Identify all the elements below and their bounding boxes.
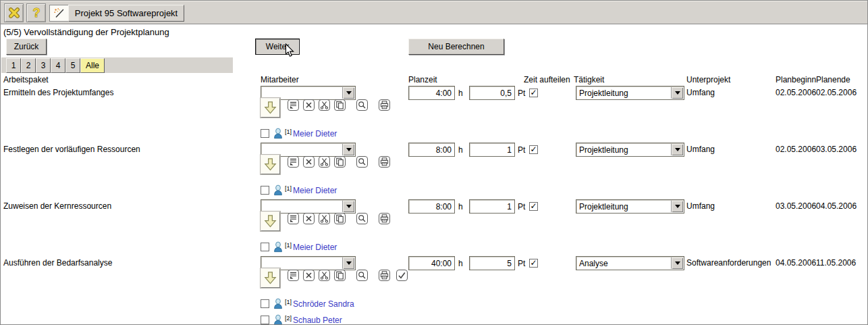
search-button[interactable] — [356, 270, 368, 281]
cut-button[interactable] — [319, 156, 330, 168]
delete-button[interactable] — [303, 213, 315, 224]
planzeit-hours-input[interactable] — [408, 86, 455, 100]
search-button[interactable] — [356, 213, 368, 224]
back-button[interactable]: Zurück — [6, 39, 47, 55]
planzeit-pt-input[interactable] — [469, 86, 515, 100]
magnifier-icon — [356, 270, 368, 281]
chevron-down-icon[interactable] — [342, 87, 354, 99]
zeit-aufteilen-checkbox[interactable]: ✓ — [529, 89, 538, 97]
print-button[interactable] — [379, 99, 390, 111]
chevron-down-icon[interactable] — [342, 144, 354, 155]
zeit-aufteilen-checkbox[interactable]: ✓ — [529, 259, 538, 268]
table-row: Ermitteln des Projektumfanges h Pt ✓ Pro… — [1, 80, 868, 137]
assign-down-button[interactable] — [261, 98, 280, 118]
chevron-down-icon[interactable] — [342, 201, 354, 212]
planzeit-pt-input[interactable] — [469, 256, 515, 270]
assign-down-button[interactable] — [261, 268, 280, 288]
assignee-name-link[interactable]: Schaub Peter — [293, 316, 342, 325]
planzeit-hours-input[interactable] — [408, 199, 455, 214]
recalculate-button[interactable]: Neu Berechnen — [408, 39, 504, 55]
wand-icon — [53, 7, 66, 20]
page-tab-alle[interactable]: Alle — [80, 58, 105, 73]
assignee-checkbox[interactable] — [261, 299, 269, 308]
workpackage-label: Zuweisen der Kernressourcen — [3, 201, 111, 211]
hours-unit-label: h — [458, 202, 463, 211]
svg-text:?: ? — [32, 6, 40, 20]
delete-button[interactable] — [303, 99, 315, 111]
assignee-name-link[interactable]: Schröder Sandra — [293, 299, 354, 309]
chevron-down-icon[interactable] — [671, 201, 683, 212]
assignee-index: [1] — [285, 299, 292, 305]
details-button[interactable] — [288, 270, 299, 281]
taetigkeit-dropdown[interactable]: Projektleitung — [576, 199, 684, 214]
planende-value: 04.05.2006 — [816, 201, 857, 211]
wizard-icon-button[interactable] — [49, 5, 70, 22]
help-icon: ? — [30, 5, 43, 20]
cut-button[interactable] — [319, 213, 330, 224]
print-button[interactable] — [379, 213, 390, 224]
cut-button[interactable] — [319, 270, 330, 281]
assignee-index: [1] — [285, 185, 292, 192]
search-button[interactable] — [356, 156, 368, 168]
details-button[interactable] — [288, 99, 299, 111]
planzeit-hours-input[interactable] — [408, 256, 455, 270]
pt-unit-label: Pt — [518, 202, 525, 211]
planbeginn-value: 03.05.2006 — [776, 201, 816, 211]
planbeginn-value: 04.05.2006 — [776, 258, 816, 268]
chevron-down-icon[interactable] — [671, 87, 683, 99]
copy-icon — [334, 213, 346, 224]
assignee-row: [1] Schröder Sandra — [261, 298, 354, 309]
project-tab[interactable]: Projekt 95 Softwareprojekt — [68, 5, 184, 22]
planzeit-hours-input[interactable] — [408, 143, 455, 157]
page-tab-1[interactable]: 1 — [6, 58, 21, 73]
workpackage-label: Ausführen der Bedarfsanalyse — [3, 258, 112, 268]
planzeit-pt-input[interactable] — [469, 143, 515, 157]
page-tab-2[interactable]: 2 — [21, 58, 36, 73]
page-tab-4[interactable]: 4 — [51, 58, 65, 73]
delete-button[interactable] — [303, 156, 315, 168]
copy-button[interactable] — [334, 99, 346, 111]
magnifier-icon — [356, 213, 368, 224]
document-lines-icon — [288, 99, 299, 111]
search-button[interactable] — [356, 99, 368, 111]
taetigkeit-dropdown[interactable]: Analyse — [576, 256, 684, 270]
chevron-down-icon[interactable] — [342, 257, 354, 269]
page-tab-3[interactable]: 3 — [36, 58, 51, 73]
confirm-button[interactable] — [396, 270, 408, 281]
magnifier-icon — [356, 156, 368, 168]
copy-button[interactable] — [334, 213, 346, 224]
workpackage-label: Ermitteln des Projektumfanges — [3, 88, 113, 97]
chevron-down-icon[interactable] — [671, 144, 683, 155]
delete-button[interactable] — [303, 270, 315, 281]
back-button-label: Zurück — [14, 42, 39, 51]
assignee-index: [1] — [285, 128, 292, 135]
assign-down-button[interactable] — [261, 211, 280, 231]
details-button[interactable] — [288, 156, 299, 168]
document-lines-icon — [288, 156, 299, 168]
x-icon — [303, 270, 315, 281]
cut-button[interactable] — [319, 99, 330, 111]
assignee-checkbox[interactable] — [261, 316, 269, 324]
taetigkeit-dropdown[interactable]: Projektleitung — [576, 143, 684, 157]
copy-button[interactable] — [334, 270, 346, 281]
x-icon — [303, 213, 315, 224]
recalculate-button-label: Neu Berechnen — [428, 42, 484, 51]
close-button[interactable] — [4, 3, 24, 22]
taetigkeit-dropdown[interactable]: Projektleitung — [576, 86, 684, 100]
zeit-aufteilen-checkbox[interactable]: ✓ — [529, 202, 538, 211]
planzeit-pt-input[interactable] — [469, 199, 515, 214]
details-button[interactable] — [288, 213, 299, 224]
document-lines-icon — [288, 270, 299, 281]
x-icon — [303, 156, 315, 168]
assign-down-button[interactable] — [261, 155, 280, 174]
print-button[interactable] — [379, 156, 390, 168]
app-window: ? Projekt 95 Softwareprojekt (5/5) Vervo… — [0, 0, 868, 325]
unterprojekt-value: Umfang — [686, 201, 715, 211]
copy-button[interactable] — [334, 156, 346, 168]
zeit-aufteilen-checkbox[interactable]: ✓ — [529, 145, 538, 154]
help-button[interactable]: ? — [26, 3, 46, 22]
chevron-down-icon[interactable] — [671, 257, 683, 269]
arrow-down-icon — [263, 270, 278, 286]
print-button[interactable] — [379, 270, 390, 281]
page-tab-5[interactable]: 5 — [65, 58, 80, 73]
